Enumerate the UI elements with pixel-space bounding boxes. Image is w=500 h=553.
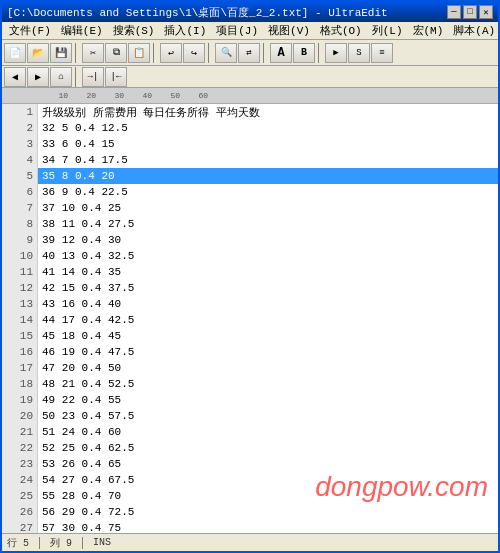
toolbar-separator-2 [153,43,157,63]
code-line-5: 35 8 0.4 20 [38,168,498,184]
line-numbers: 1234567891011121314151617181920212223242… [2,104,38,533]
indent-button[interactable]: →| [82,67,104,87]
back-button[interactable]: ◀ [4,67,26,87]
minimize-button[interactable]: ─ [447,5,461,19]
menu-item-j[interactable]: 项目(J) [211,22,263,39]
open-button[interactable]: 📂 [27,43,49,63]
ruler-mark-60: 60 [180,91,208,100]
code-line-3: 33 6 0.4 15 [38,136,498,152]
cut-button[interactable]: ✂ [82,43,104,63]
line-number-6: 6 [2,184,37,200]
find-button[interactable]: 🔍 [215,43,237,63]
ruler-mark-30: 30 [96,91,124,100]
line-number-21: 21 [2,424,37,440]
status-col: 列 9 [50,536,72,550]
title-buttons: ─ □ ✕ [447,5,493,19]
line-number-4: 4 [2,152,37,168]
code-line-25: 55 28 0.4 70 [38,488,498,504]
code-line-8: 38 11 0.4 27.5 [38,216,498,232]
copy-button[interactable]: ⧉ [105,43,127,63]
ruler-mark-40: 40 [124,91,152,100]
line-number-16: 16 [2,344,37,360]
line-number-1: 1 [2,104,37,120]
status-sep-1 [39,537,40,549]
code-line-27: 57 30 0.4 75 [38,520,498,533]
code-line-12: 42 15 0.4 37.5 [38,280,498,296]
code-line-18: 48 21 0.4 52.5 [38,376,498,392]
column-button[interactable]: ≡ [371,43,393,63]
code-line-20: 50 23 0.4 57.5 [38,408,498,424]
code-line-13: 43 16 0.4 40 [38,296,498,312]
code-line-24: 54 27 0.4 67.5 [38,472,498,488]
font-button[interactable]: A [270,43,292,63]
line-number-2: 2 [2,120,37,136]
line-number-7: 7 [2,200,37,216]
line-number-15: 15 [2,328,37,344]
code-line-11: 41 14 0.4 35 [38,264,498,280]
line-number-11: 11 [2,264,37,280]
ruler-mark-10: 10 [40,91,68,100]
toolbar2: ◀ ▶ ⌂ →| |← [2,66,498,88]
code-line-16: 46 19 0.4 47.5 [38,344,498,360]
save-button[interactable]: 💾 [50,43,72,63]
code-line-7: 37 10 0.4 25 [38,200,498,216]
code-line-26: 56 29 0.4 72.5 [38,504,498,520]
forward-button[interactable]: ▶ [27,67,49,87]
line-number-5: 5 [2,168,37,184]
paste-button[interactable]: 📋 [128,43,150,63]
toolbar-separator-1 [75,43,79,63]
undo-button[interactable]: ↩ [160,43,182,63]
menu-item-i[interactable]: 插入(I) [159,22,211,39]
menu-bar: 文件(F)编辑(E)搜索(S)插入(I)项目(J)视图(V)格式(O)列(L)宏… [2,22,498,40]
replace-button[interactable]: ⇄ [238,43,260,63]
menu-item-f[interactable]: 文件(F) [4,22,56,39]
menu-item-v[interactable]: 视图(V) [263,22,315,39]
maximize-button[interactable]: □ [463,5,477,19]
code-line-4: 34 7 0.4 17.5 [38,152,498,168]
macro-button[interactable]: ▶ [325,43,347,63]
menu-item-o[interactable]: 格式(O) [315,22,367,39]
line-number-25: 25 [2,488,37,504]
line-number-17: 17 [2,360,37,376]
menu-item-s[interactable]: 搜索(S) [108,22,160,39]
editor-area: 1234567891011121314151617181920212223242… [2,104,498,533]
line-number-10: 10 [2,248,37,264]
code-line-14: 44 17 0.4 42.5 [38,312,498,328]
code-line-9: 39 12 0.4 30 [38,232,498,248]
line-number-13: 13 [2,296,37,312]
line-number-9: 9 [2,232,37,248]
script-button[interactable]: S [348,43,370,63]
menu-item-m[interactable]: 宏(M) [408,22,449,39]
line-number-14: 14 [2,312,37,328]
code-line-15: 45 18 0.4 45 [38,328,498,344]
line-number-8: 8 [2,216,37,232]
code-line-23: 53 26 0.4 65 [38,456,498,472]
redo-button[interactable]: ↪ [183,43,205,63]
code-line-1: 升级级别 所需费用 每日任务所得 平均天数 [38,104,498,120]
ruler-marks: 102030405060 [40,91,498,100]
toolbar-separator-4 [263,43,267,63]
code-line-17: 47 20 0.4 50 [38,360,498,376]
title-text: [C:\Documents and Settings\1\桌面\百度_2_2.t… [7,5,388,20]
main-window: [C:\Documents and Settings\1\桌面\百度_2_2.t… [0,0,500,553]
code-line-22: 52 25 0.4 62.5 [38,440,498,456]
menu-item-e[interactable]: 编辑(E) [56,22,108,39]
ruler: 102030405060 [2,88,498,104]
code-line-10: 40 13 0.4 32.5 [38,248,498,264]
code-line-6: 36 9 0.4 22.5 [38,184,498,200]
ruler-mark-50: 50 [152,91,180,100]
menu-item-a[interactable]: 脚本(A) [448,22,500,39]
status-sep-2 [82,537,83,549]
line-number-12: 12 [2,280,37,296]
menu-item-l[interactable]: 列(L) [367,22,408,39]
outdent-button[interactable]: |← [105,67,127,87]
new-button[interactable]: 📄 [4,43,26,63]
home-button[interactable]: ⌂ [50,67,72,87]
close-button[interactable]: ✕ [479,5,493,19]
code-line-2: 32 5 0.4 12.5 [38,120,498,136]
bold-button[interactable]: B [293,43,315,63]
line-number-22: 22 [2,440,37,456]
line-number-23: 23 [2,456,37,472]
line-number-24: 24 [2,472,37,488]
editor-content[interactable]: 升级级别 所需费用 每日任务所得 平均天数32 5 0.4 12.533 6 0… [38,104,498,533]
